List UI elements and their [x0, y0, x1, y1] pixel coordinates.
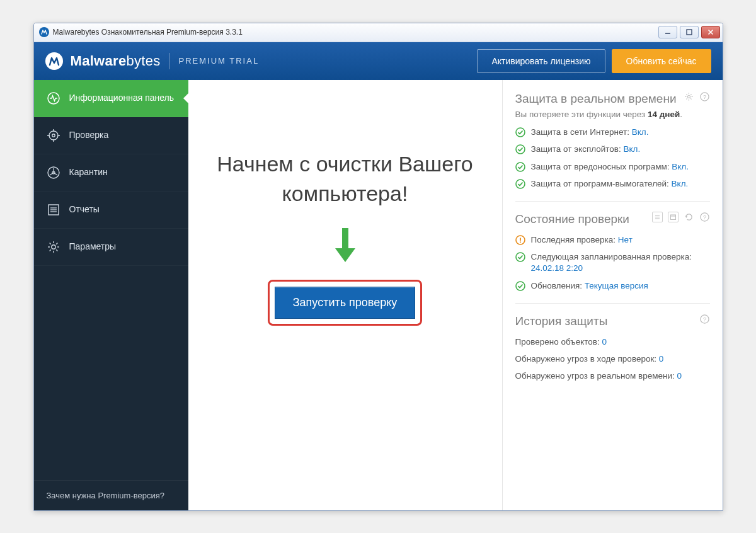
svg-line-26: [49, 249, 50, 251]
warning-icon: [515, 235, 525, 245]
close-button[interactable]: [701, 26, 720, 38]
list-item: Обнаружено угроз в реальном времени: 0: [515, 370, 710, 382]
logo-text: Malwarebytes: [71, 53, 161, 69]
check-icon: [515, 127, 525, 137]
svg-point-18: [51, 244, 55, 248]
gear-icon[interactable]: [684, 91, 694, 102]
list-item: Защита от вредоносных программ: Вкл.: [515, 161, 710, 173]
help-icon[interactable]: ?: [699, 314, 710, 324]
svg-point-7: [52, 134, 54, 136]
svg-point-6: [49, 131, 58, 140]
sidebar-item-reports[interactable]: Отчеты: [34, 192, 188, 229]
sidebar-item-label: Карантин: [69, 167, 108, 178]
calendar-icon[interactable]: [668, 212, 679, 222]
svg-rect-27: [342, 228, 348, 249]
toggle-link[interactable]: Вкл.: [632, 127, 649, 137]
svg-point-56: [516, 282, 525, 290]
window-title: Malwarebytes Ознакомительная Premium-вер…: [53, 28, 658, 37]
biohazard-icon: [47, 166, 60, 180]
svg-point-29: [687, 95, 690, 98]
app-window: Malwarebytes Ознакомительная Premium-вер…: [33, 23, 723, 511]
list-item: Защита от программ-вымогателей: Вкл.: [515, 178, 710, 190]
list-icon[interactable]: [652, 212, 663, 222]
section-title: История защиты: [515, 314, 699, 329]
sidebar: Информационная панель Проверка Карантин …: [34, 80, 188, 510]
list-item: Защита от эксплойтов: Вкл.: [515, 144, 710, 155]
sidebar-item-label: Отчеты: [69, 204, 100, 215]
list-item: Проверено объектов: 0: [515, 336, 710, 348]
sidebar-why-premium[interactable]: Зачем нужна Premium-версия?: [34, 480, 188, 510]
value-link[interactable]: 0: [602, 337, 607, 347]
realtime-subtext: Вы потеряете эти функции через 14 дней.: [515, 110, 710, 119]
maximize-button[interactable]: [680, 26, 699, 38]
sidebar-item-label: Параметры: [69, 241, 117, 253]
logo-bold: Malware: [71, 53, 127, 69]
svg-text:?: ?: [702, 214, 706, 221]
svg-line-25: [56, 243, 57, 244]
section-title: Защита в реальном времени: [515, 91, 684, 106]
headline: Начнем с очистки Вашего компьютера!: [188, 149, 502, 209]
activate-license-button[interactable]: Активировать лицензию: [477, 49, 605, 73]
toggle-link[interactable]: Вкл.: [672, 162, 689, 171]
window-controls: [658, 26, 720, 38]
value-link[interactable]: 0: [677, 371, 682, 381]
section-title: Состояние проверки: [515, 212, 652, 227]
sidebar-item-dashboard[interactable]: Информационная панель: [34, 80, 188, 117]
app-header: Malwarebytes PREMIUM TRIAL Активировать …: [34, 42, 723, 80]
svg-line-24: [56, 249, 57, 251]
list-item: Обновления: Текущая версия: [515, 280, 710, 292]
check-icon: [515, 162, 525, 172]
edition-label: PREMIUM TRIAL: [179, 56, 260, 66]
svg-text:?: ?: [702, 93, 706, 100]
reports-icon: [47, 203, 60, 217]
minimize-button[interactable]: [658, 26, 677, 38]
svg-line-35: [690, 98, 691, 99]
help-icon[interactable]: ?: [699, 91, 710, 102]
svg-point-43: [516, 180, 525, 188]
svg-text:?: ?: [702, 316, 706, 323]
target-icon: [47, 129, 60, 142]
svg-line-37: [686, 98, 687, 99]
app-icon: [39, 27, 49, 37]
section-realtime: Защита в реальном времени ? Вы потеряете…: [515, 91, 710, 190]
list-item: Следующая запланированная проверка:24.02…: [515, 251, 710, 274]
check-icon: [515, 252, 525, 262]
value-link[interactable]: Нет: [618, 235, 633, 244]
upgrade-now-button[interactable]: Обновить сейчас: [612, 49, 711, 73]
svg-point-42: [516, 163, 525, 171]
titlebar: Malwarebytes Ознакомительная Premium-вер…: [34, 23, 723, 42]
help-icon[interactable]: ?: [699, 212, 710, 222]
svg-point-40: [516, 128, 525, 137]
logo-icon: [45, 52, 63, 70]
run-scan-highlight: Запустить проверку: [268, 280, 423, 326]
check-icon: [515, 179, 525, 189]
svg-point-55: [516, 253, 525, 261]
list-item: Последняя проверка: Нет: [515, 234, 710, 246]
refresh-icon[interactable]: [684, 212, 694, 222]
sidebar-item-scan[interactable]: Проверка: [34, 117, 188, 154]
list-item: Защита в сети Интернет: Вкл.: [515, 127, 710, 138]
sidebar-item-settings[interactable]: Параметры: [34, 229, 188, 266]
sidebar-item-label: Проверка: [69, 130, 109, 141]
toggle-link[interactable]: Вкл.: [672, 179, 689, 188]
svg-line-34: [686, 94, 687, 95]
sidebar-item-label: Информационная панель: [69, 93, 175, 104]
main-panel: Начнем с очистки Вашего компьютера! Запу…: [188, 80, 502, 510]
toggle-link[interactable]: Вкл.: [624, 144, 641, 154]
gear-icon: [47, 240, 60, 254]
section-history: История защиты ? Проверено объектов: 0 О…: [515, 303, 710, 382]
value-link[interactable]: 0: [659, 354, 664, 364]
arrow-down-icon: [333, 227, 358, 267]
svg-rect-47: [670, 215, 675, 220]
svg-marker-28: [335, 248, 355, 262]
value-link[interactable]: Текущая версия: [585, 281, 648, 290]
value-link[interactable]: 24.02.18 2:20: [531, 263, 583, 273]
sidebar-item-quarantine[interactable]: Карантин: [34, 154, 188, 192]
svg-point-41: [516, 145, 525, 154]
check-icon: [515, 281, 525, 291]
logo-light: bytes: [126, 53, 160, 69]
svg-line-36: [690, 94, 691, 95]
run-scan-button[interactable]: Запустить проверку: [275, 287, 416, 319]
logo-divider: [169, 53, 170, 69]
svg-rect-2: [687, 30, 692, 35]
